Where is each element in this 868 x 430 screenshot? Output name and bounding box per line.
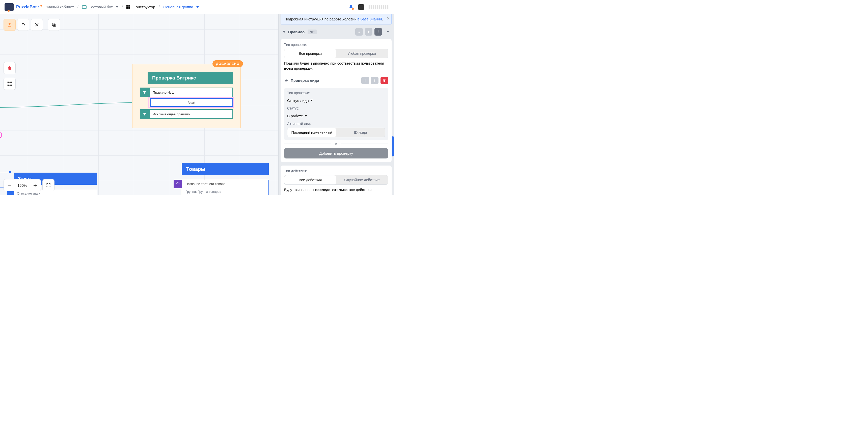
rule-description: Правило будет выполнено при соответствии… [284, 61, 388, 71]
check-move-up-button[interactable] [371, 77, 378, 84]
upload-button[interactable] [3, 19, 16, 31]
info-dot: . [382, 17, 383, 21]
goods-icon[interactable] [174, 180, 182, 188]
add-check-button[interactable]: Добавить проверку [284, 148, 388, 158]
user-avatar[interactable] [358, 4, 364, 10]
wire-teal [0, 85, 141, 115]
goods-line2: Группа: Группа товаров [182, 188, 269, 195]
rule-icon [282, 30, 286, 34]
status-label: Статус: [287, 106, 385, 110]
move-down-button[interactable] [355, 28, 363, 36]
and-label: и [331, 142, 341, 146]
action-description: Будут выполнены последовательно все дейс… [284, 187, 388, 192]
lead-check-label: Проверка лида [291, 78, 319, 83]
svg-point-10 [378, 33, 378, 33]
node-goods-panel[interactable]: Название третьего товара Группа: Группа … [182, 180, 269, 195]
row-handle-icon[interactable] [140, 109, 149, 119]
breadcrumb-sep-icon: / [122, 5, 123, 9]
chevron-down-icon [310, 100, 313, 101]
lead-check-header[interactable]: Проверка лида [284, 76, 388, 87]
grid-icon [126, 5, 130, 9]
breadcrumb-cabinet[interactable]: Личный кабинет [45, 5, 74, 9]
sep-slashes: // [40, 5, 42, 9]
chevron-down-icon [196, 6, 199, 8]
lead-check-config: Тип проверки: Статус лида Статус: В рабо… [284, 88, 388, 140]
notification-dot [352, 8, 354, 10]
seg-last-changed[interactable]: Последний изменённый [287, 128, 336, 137]
breadcrumb-bot-label: Тестовый бот [89, 5, 113, 9]
info-link[interactable]: в Базе Знаний [358, 17, 382, 21]
brand-name[interactable]: PuzzleBot [16, 4, 37, 9]
action-type-label: Тип действия: [284, 169, 388, 173]
chevron-down-icon [116, 6, 118, 8]
fullscreen-button[interactable] [42, 179, 55, 191]
node-rule-row[interactable]: Правило № 1 [140, 88, 233, 97]
breadcrumb-bot[interactable]: Тестовый бот [82, 5, 118, 9]
breadcrumb-constructor-label: Конструктор [133, 5, 155, 9]
check-delete-button[interactable] [380, 77, 388, 84]
breadcrumb-constructor[interactable]: Конструктор [126, 5, 155, 9]
breadcrumb-sep-icon: / [77, 5, 78, 9]
breadcrumb-bar: PuzzleBot : // Личный кабинет / Тестовый… [0, 0, 394, 14]
edit-toolbar [3, 19, 60, 31]
more-button[interactable] [374, 28, 382, 36]
chevron-down-icon [305, 115, 307, 117]
copy-button[interactable] [48, 19, 60, 31]
check-move-down-button[interactable] [361, 77, 369, 84]
side-toolbar-1 [3, 62, 16, 74]
zoom-in-button[interactable]: + [30, 179, 41, 191]
zoom-box: − 150% + [3, 179, 41, 191]
seg-all-actions[interactable]: Все действия [284, 175, 336, 184]
active-lead-segmented: Последний изменённый ID лида [287, 128, 385, 137]
lead-status-dropdown[interactable]: Статус лида [287, 97, 385, 104]
chevron-down-icon[interactable] [385, 30, 390, 34]
node-goods-title[interactable]: Товары [182, 163, 269, 175]
rule-label: Правило № 1 [149, 88, 233, 97]
inner-check-type-label: Тип проверки: [287, 91, 385, 95]
notifications-icon[interactable] [349, 5, 353, 9]
action-type-segmented: Все действия Случайное действие [284, 175, 388, 185]
check-type-label: Тип проверки: [284, 43, 388, 47]
cloud-icon [284, 79, 289, 82]
breadcrumb-group[interactable]: Основная группа [163, 5, 198, 9]
seg-any-check[interactable]: Любая проверка [336, 49, 388, 58]
checks-card: Тип проверки: Все проверки Любая проверк… [281, 39, 392, 162]
svg-rect-3 [8, 82, 8, 83]
svg-rect-4 [10, 82, 11, 83]
info-text: Подробная инструкция по работе Условий [284, 17, 358, 21]
svg-point-7 [9, 171, 11, 173]
seg-lead-id[interactable]: ID лида [336, 128, 385, 137]
node-title: Проверка Битрикс [148, 72, 233, 84]
zoom-value: 150% [15, 183, 30, 187]
move-up-button[interactable] [365, 28, 372, 36]
rule-header[interactable]: Правило №1 [279, 25, 394, 39]
user-name-blurred [369, 5, 389, 9]
status-dropdown[interactable]: В работе [287, 112, 385, 120]
node-start-row[interactable]: /start [150, 98, 233, 107]
breadcrumb-sep-icon: / [159, 5, 160, 9]
undo-button[interactable] [17, 19, 29, 31]
goods-line1: Название третьего товара [182, 180, 269, 188]
info-banner: Подробная инструкция по работе Условий в… [281, 14, 392, 25]
bot-icon [82, 5, 87, 9]
app-logo-icon[interactable] [4, 3, 13, 11]
wire-pink [0, 130, 10, 143]
node-bitrix-check[interactable]: ДОБАВЛЕНО Проверка Битрикс Правило № 1 /… [132, 64, 241, 128]
close-button[interactable] [31, 19, 43, 31]
row-handle-icon[interactable] [140, 88, 149, 97]
active-lead-label: Активный лид: [287, 122, 385, 126]
breadcrumb-group-label: Основная группа [163, 5, 193, 9]
seg-random-action[interactable]: Случайное действие [336, 175, 388, 184]
delete-button[interactable] [3, 62, 16, 74]
zoom-control: − 150% + [3, 179, 55, 191]
svg-point-9 [378, 32, 378, 32]
sep-colon: : [38, 5, 39, 9]
node-exclude-row[interactable]: Исключающее правило [140, 109, 233, 119]
added-badge: ДОБАВЛЕНО [213, 60, 243, 67]
seg-all-checks[interactable]: Все проверки [284, 49, 336, 58]
scrollbar-thumb[interactable] [392, 136, 394, 156]
zoom-out-button[interactable]: − [4, 179, 15, 191]
check-type-segmented: Все проверки Любая проверка [284, 49, 388, 58]
actions-card: Тип действия: Все действия Случайное дей… [281, 165, 392, 195]
close-icon[interactable]: × [386, 15, 390, 22]
